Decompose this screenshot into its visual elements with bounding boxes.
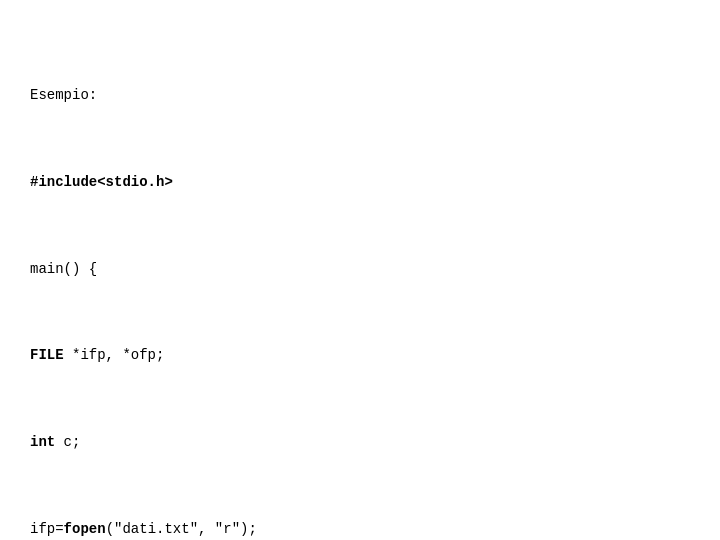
line-main: main() { — [30, 259, 690, 281]
line-ifp-fopen: ifp=fopen("dati.txt", "r"); — [30, 519, 690, 540]
code-block: Esempio: #include<stdio.h> main() { FILE… — [0, 0, 720, 540]
line-include: #include<stdio.h> — [30, 172, 690, 194]
line-int: int c; — [30, 432, 690, 454]
line-file: FILE *ifp, *ofp; — [30, 345, 690, 367]
line-esempio: Esempio: — [30, 85, 690, 107]
